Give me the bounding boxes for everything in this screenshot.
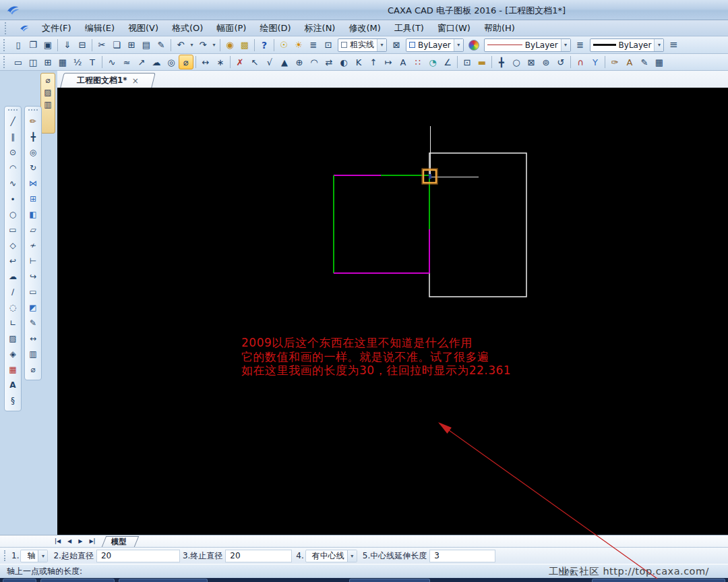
divider[interactable]	[55, 38, 60, 53]
standard-toolbar-grip[interactable]	[3, 39, 7, 51]
extend-icon[interactable]: ⊢	[26, 254, 40, 268]
rectangle-icon[interactable]: ▭	[6, 223, 20, 237]
color-combo-arrow-icon[interactable]: ▾	[454, 39, 463, 51]
menu-modify[interactable]: 修改(M)	[342, 20, 387, 36]
raise-dimension-icon[interactable]: ↑	[366, 55, 381, 69]
brightness-icon[interactable]: ☀	[291, 38, 306, 53]
pan-icon[interactable]: ╋	[494, 55, 509, 69]
point-array-icon[interactable]: ∷	[411, 55, 425, 69]
copy-object-icon[interactable]: ◎	[26, 145, 40, 159]
leader-icon[interactable]: ↖	[247, 55, 262, 69]
layer-combo[interactable]: 粗实线 ▾	[338, 38, 387, 52]
block-icon[interactable]: ◩	[26, 300, 40, 314]
construction-line-icon[interactable]: ∕	[6, 285, 20, 299]
prev-sheet-button[interactable]: ◀	[64, 537, 75, 546]
break-icon[interactable]: ↪	[26, 269, 40, 283]
undo-icon[interactable]: ↶	[173, 38, 188, 53]
menu-dimension[interactable]: 标注(N)	[298, 20, 342, 36]
undo-dropdown-icon[interactable]: ▾	[188, 38, 195, 53]
linear-dimension-icon[interactable]: ↔	[198, 55, 213, 69]
doc-protect-icon[interactable]: ▩	[237, 38, 252, 53]
shaft-tool-icon[interactable]: ⌀	[179, 55, 193, 69]
print-style-icon[interactable]: ⊡	[321, 38, 336, 53]
drawing-frame-icon[interactable]: ▭	[11, 55, 26, 69]
chamfer-dimension-icon[interactable]: K	[351, 55, 366, 69]
select-edit-icon[interactable]: ✎	[637, 55, 652, 69]
copy-icon[interactable]: ❏	[109, 38, 124, 53]
menu-view[interactable]: 视图(V)	[121, 20, 165, 36]
divider[interactable]	[455, 55, 460, 69]
divider[interactable]	[218, 38, 222, 53]
tolerance-icon[interactable]: ⊕	[292, 55, 307, 69]
cut-icon[interactable]: ✂	[94, 38, 109, 53]
divider[interactable]	[272, 38, 276, 53]
divider[interactable]	[252, 38, 257, 53]
hole-mark-icon[interactable]: ◎	[164, 55, 179, 69]
copy-with-basepoint-icon[interactable]: ⊞	[124, 38, 139, 53]
lineweight-combo[interactable]: ByLayer ▾	[590, 38, 665, 52]
shaft-type-dropdown[interactable]: 轴 ▾	[20, 550, 48, 562]
cursor-snap-icon[interactable]: Y	[588, 55, 603, 69]
toolbar-overflow-icon[interactable]: ≡	[666, 38, 681, 53]
shaft-type-arrow-icon[interactable]: ▾	[38, 550, 47, 562]
layer-tool-icon[interactable]: ≣	[306, 38, 321, 53]
swap-dimension-icon[interactable]: ⇄	[322, 55, 336, 69]
menu-format[interactable]: 格式(O)	[165, 20, 210, 36]
menu-paper[interactable]: 幅面(P)	[210, 20, 253, 36]
cloud-icon[interactable]: ☁	[6, 269, 20, 283]
save-icon[interactable]: ▣	[40, 38, 55, 53]
trim-corner-icon[interactable]: ✗	[233, 55, 247, 69]
model-sheet-tab[interactable]: 模型	[102, 536, 139, 547]
draw-strip-grip[interactable]	[8, 109, 18, 112]
redo-dropdown-icon[interactable]: ▾	[210, 38, 218, 53]
spline-icon[interactable]: ∿	[6, 176, 20, 190]
bom-table-icon[interactable]: T	[85, 55, 100, 69]
lineweight-combo-arrow-icon[interactable]: ▾	[654, 39, 663, 51]
sheet-icon[interactable]: ▥	[26, 347, 40, 361]
table-icon[interactable]: ▦	[6, 362, 20, 376]
crop-icon[interactable]: ▭	[26, 285, 40, 299]
scale-icon[interactable]: ◧	[26, 207, 40, 221]
dimension-convert-icon[interactable]: ↦	[381, 55, 396, 69]
serial-number-icon[interactable]: ½	[70, 55, 85, 69]
zoom-all-icon[interactable]: ⊚	[539, 55, 553, 69]
stretch-icon[interactable]: ▱	[26, 223, 40, 237]
quadrant-circle-icon[interactable]: ◔	[425, 55, 440, 69]
start-diameter-input[interactable]	[96, 550, 180, 562]
text-edit-icon[interactable]: A	[622, 55, 637, 69]
section-symbol-icon[interactable]: §	[6, 393, 20, 407]
menu-edit[interactable]: 编辑(E)	[78, 20, 121, 36]
move-icon[interactable]: ╋	[26, 129, 40, 144]
eraser-icon[interactable]: ✏	[26, 114, 40, 128]
menu-file[interactable]: 文件(F)	[35, 20, 78, 36]
new-file-icon[interactable]: ▯	[11, 38, 26, 53]
zoom-window-icon[interactable]: ⊠	[524, 55, 539, 69]
divider[interactable]	[568, 55, 573, 69]
angle-dimension-icon[interactable]: ∠	[440, 55, 455, 69]
linetype-combo-arrow-icon[interactable]: ▾	[561, 39, 570, 51]
open-file-icon[interactable]: ❐	[26, 38, 40, 53]
circle-icon[interactable]: ⊙	[6, 145, 20, 159]
menubar-grip[interactable]	[5, 22, 9, 34]
divider[interactable]	[603, 55, 607, 69]
revolve-icon[interactable]: ◌	[6, 300, 20, 314]
text-icon[interactable]: A	[6, 378, 20, 392]
coordinate-dimension-icon[interactable]: ∗	[213, 55, 228, 69]
menu-window[interactable]: 窗口(W)	[431, 20, 477, 36]
arrow-draw-icon[interactable]: ↗	[134, 55, 149, 69]
grid-flyout-icon[interactable]: ▥	[44, 100, 51, 109]
zoom-previous-icon[interactable]: ↺	[553, 55, 568, 69]
hatch-icon[interactable]: ▨	[6, 331, 20, 345]
divider[interactable]	[100, 55, 104, 69]
rotate-icon[interactable]: ↻	[26, 161, 40, 175]
center-hole-icon[interactable]: ◐	[336, 55, 351, 69]
drawing-canvas[interactable]: 2009以后这个东西在这里不知道是什么作用 它的数值和画的一样。就是说不准。试了…	[57, 88, 728, 535]
axis-line-icon[interactable]: ∟	[6, 316, 20, 330]
divider[interactable]	[489, 55, 494, 69]
centerline-extension-input[interactable]	[429, 550, 495, 562]
divider[interactable]	[193, 55, 198, 69]
redo-icon[interactable]: ↷	[195, 38, 210, 53]
label-icon[interactable]: ◈	[6, 347, 20, 361]
centerline-arrow-icon[interactable]: ▾	[347, 550, 357, 562]
line-icon[interactable]: ╱	[6, 114, 20, 128]
